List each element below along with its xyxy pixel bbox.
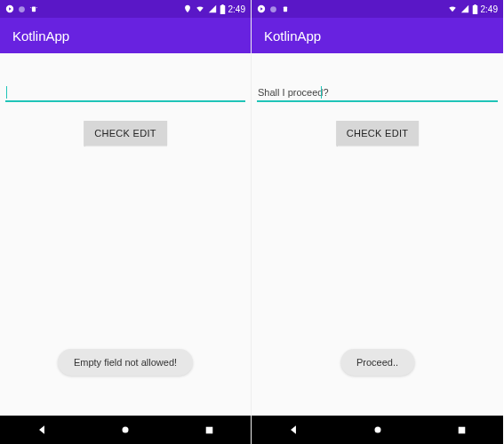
recent-icon[interactable] (204, 424, 215, 436)
location-icon (183, 4, 192, 13)
battery-icon (220, 4, 226, 14)
text-input[interactable] (5, 85, 245, 102)
content-area: CHECK EDIT Empty field not allowed! (0, 53, 251, 416)
text-cursor-icon (6, 86, 7, 99)
play-circle-icon (257, 4, 266, 13)
home-icon[interactable] (119, 424, 132, 436)
svg-line-5 (36, 7, 37, 8)
toast-message: Empty field not allowed! (58, 349, 193, 376)
app-title: KotlinApp (12, 28, 69, 44)
svg-rect-14 (472, 5, 477, 14)
status-left-icons (5, 4, 38, 13)
svg-point-16 (374, 427, 380, 433)
status-time: 2:49 (228, 4, 245, 14)
svg-rect-17 (458, 426, 465, 433)
navigation-bar (0, 416, 251, 444)
battery-icon (472, 4, 478, 14)
text-cursor-icon (321, 86, 322, 99)
svg-point-2 (19, 6, 25, 12)
phone-right: 2:49 KotlinApp CHECK EDIT Proceed.. (252, 0, 503, 444)
svg-point-8 (123, 427, 129, 433)
status-left-icons (257, 4, 290, 13)
debug-icon (281, 4, 290, 13)
signal-icon (460, 4, 469, 13)
text-input[interactable] (257, 85, 498, 102)
content-area: CHECK EDIT Proceed.. (252, 53, 503, 416)
play-circle-icon (5, 4, 14, 13)
svg-rect-7 (221, 4, 223, 5)
status-right-icons: 2:49 (183, 4, 245, 14)
dual-phone-layout: 2:49 KotlinApp CHECK EDIT Empty field no… (0, 0, 504, 444)
svg-line-4 (30, 7, 31, 8)
wifi-icon (195, 4, 205, 13)
toast-message: Proceed.. (340, 349, 414, 376)
wifi-icon (447, 4, 458, 13)
status-bar: 2:49 (252, 0, 503, 18)
phone-left: 2:49 KotlinApp CHECK EDIT Empty field no… (0, 0, 252, 444)
circle-icon (269, 5, 277, 13)
svg-rect-15 (474, 4, 476, 5)
back-icon[interactable] (287, 424, 300, 436)
svg-point-12 (270, 6, 276, 12)
circle-icon (18, 5, 26, 13)
home-icon[interactable] (372, 424, 384, 436)
back-icon[interactable] (36, 424, 48, 436)
check-edit-button[interactable]: CHECK EDIT (336, 121, 420, 146)
recent-icon[interactable] (456, 424, 468, 436)
svg-rect-3 (32, 7, 36, 12)
navigation-bar (252, 416, 503, 444)
app-bar: KotlinApp (252, 18, 503, 53)
svg-rect-9 (206, 426, 213, 433)
status-time: 2:49 (481, 4, 498, 14)
signal-icon (208, 4, 217, 13)
check-edit-button[interactable]: CHECK EDIT (84, 121, 167, 146)
debug-icon (29, 4, 38, 13)
app-bar: KotlinApp (0, 18, 251, 53)
svg-rect-6 (220, 5, 225, 14)
app-title: KotlinApp (264, 28, 321, 44)
svg-rect-13 (284, 7, 287, 12)
status-bar: 2:49 (0, 0, 251, 18)
status-right-icons: 2:49 (447, 4, 498, 14)
